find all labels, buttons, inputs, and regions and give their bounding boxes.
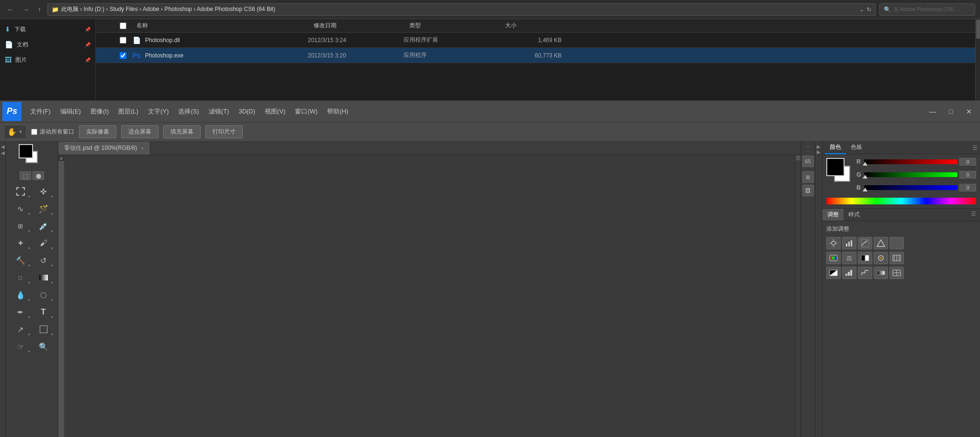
blur-tool[interactable]: 💧 ▾ [10,287,32,303]
brightness-adj[interactable] [826,237,841,249]
fg-color-btn[interactable] [826,158,845,176]
panel-btn-3[interactable]: 🖼 [802,185,814,196]
stamp-tool[interactable]: 🔨 ▾ [10,252,32,269]
styles-tab[interactable]: 样式 [844,209,865,221]
nav-back-btn[interactable]: ← [5,4,16,15]
fg-color-swatch[interactable] [19,144,33,158]
tool-selector[interactable]: ✋ ▼ [4,125,26,139]
adj-panel-menu[interactable]: ☰ [967,209,980,221]
threshold-adj[interactable] [858,267,872,279]
wand-tool[interactable]: 🪄 ▾ [33,201,55,217]
normal-mode-btn[interactable]: ⬚ [20,171,31,180]
colorbalance-adj[interactable]: ⚖ [842,252,856,264]
pen-tool[interactable]: ✒ ▾ [10,304,32,320]
file-row-exe[interactable]: Ps Photoshop.exe 2012/3/15 3:20 应用程序 60,… [96,48,975,63]
quick-mask-btn[interactable]: ⬤ [33,171,44,180]
g-value-input[interactable] [959,171,976,179]
nav-forward-btn[interactable]: → [20,4,32,15]
col-header-size[interactable]: 大小 [500,22,572,30]
vibrance-adj[interactable] [890,237,904,249]
move-tool[interactable]: ✜ ▾ [33,183,55,200]
canvas-tab-main[interactable]: 零信任.psd @ 100%(RGB/8) × [58,142,150,155]
address-bar[interactable]: 📁 此电脑 › Info (D:) › Study Files › Adobe … [47,3,876,16]
select-all-checkbox[interactable] [120,22,126,29]
lasso-tool[interactable]: ∿ ▾ [10,201,32,217]
fill-screen-btn[interactable]: 填充屏幕 [163,125,201,138]
sidebar-item-pictures[interactable]: 🖼 图片 📌 [0,52,95,67]
gradient-map-adj[interactable] [874,267,888,279]
maximize-btn[interactable]: □ [942,105,959,118]
address-refresh-icon[interactable]: ↻ [867,6,871,13]
menu-image[interactable]: 图像(I) [86,104,113,119]
scroll-all-label[interactable]: 滚动所有窗口 [31,128,74,136]
canvas-content[interactable] [64,155,795,437]
scroll-up-btn[interactable]: ▲ [58,155,64,161]
photofilter-adj[interactable] [874,252,888,264]
eyedropper-tool[interactable]: 💉 ▾ [33,218,55,234]
b-slider[interactable] [864,185,957,190]
file-checkbox-dll[interactable] [120,37,126,44]
adjustments-tab[interactable]: 调整 [822,209,844,221]
zoom-tool[interactable]: 🔍 [33,338,55,355]
explorer-scrollbar[interactable] [975,19,980,101]
panel-btn-1[interactable]: 65 [802,156,814,167]
print-size-btn[interactable]: 打印尺寸 [205,125,243,138]
menu-layer[interactable]: 图层(L) [113,104,143,119]
eraser-tool[interactable]: □ ▾ [10,269,32,286]
scroll-all-checkbox[interactable] [31,129,37,135]
sidebar-item-downloads[interactable]: ⬇ 下载 📌 [0,22,95,37]
sidebar-item-documents[interactable]: 📄 文档 📌 [0,37,95,52]
hand-tool[interactable]: ☞ ▾ [10,338,32,355]
history-brush-tool[interactable]: ↺ ▾ [33,252,55,269]
posterize-adj[interactable] [842,267,856,279]
levels-adj[interactable] [842,237,856,249]
invert-adj[interactable] [826,267,841,279]
shape-tool[interactable]: ▾ [33,321,55,337]
r-value-input[interactable] [959,158,976,166]
file-checkbox-exe[interactable] [120,52,126,59]
collapse-left-panel[interactable]: ◀◀ [0,142,6,437]
close-btn[interactable]: ✕ [960,105,978,118]
path-tool[interactable]: ↗ ▾ [10,321,32,337]
hue-adj[interactable] [826,252,841,264]
file-row-dll[interactable]: 📄 Photoshop.dll 2012/3/15 3:24 应用程序扩展 1,… [96,33,975,48]
menu-help[interactable]: 帮助(H) [322,104,353,119]
r-slider[interactable] [864,159,957,164]
panel-btn-2[interactable]: ⊞ [802,171,814,183]
address-dropdown-icon[interactable]: ⌄ [859,6,864,13]
dodge-tool[interactable]: ◯ ▾ [33,287,55,303]
minimize-btn[interactable]: — [924,105,941,118]
menu-select[interactable]: 选择(S) [173,104,203,119]
menu-file[interactable]: 文件(F) [25,104,56,119]
gradient-tool[interactable]: ▾ [33,269,55,286]
heal-tool[interactable]: ✚ ▾ [10,235,32,251]
menu-window[interactable]: 窗口(W) [290,104,322,119]
fit-screen-btn[interactable]: 适合屏幕 [121,125,158,138]
col-header-type[interactable]: 类型 [405,22,500,30]
nav-up-btn[interactable]: ↑ [35,4,44,15]
tab-close-btn[interactable]: × [141,146,144,151]
bw-adj[interactable] [858,252,872,264]
text-tool[interactable]: T ▾ [33,304,55,320]
col-header-modified[interactable]: 修改日期 [309,22,405,30]
menu-3d[interactable]: 3D(D) [234,105,260,118]
g-slider[interactable] [864,172,957,177]
swatches-tab[interactable]: 色板 [846,141,867,154]
crop-tool[interactable]: ⊞ ▾ [10,218,32,234]
color-spectrum[interactable] [826,198,976,204]
panel-menu-icon[interactable]: ☰ [972,145,978,151]
menu-text[interactable]: 文字(Y) [143,104,173,119]
col-header-name[interactable]: 名称 [132,22,309,30]
b-value-input[interactable] [959,184,976,191]
explorer-search[interactable]: 🔍 在 Adobe Photoshop CS6... [879,3,975,16]
selectivecolor-adj[interactable] [890,267,904,279]
menu-filter[interactable]: 滤镜(T) [204,104,234,119]
collapse-right-panel[interactable]: ▶▶ [815,142,822,437]
menu-edit[interactable]: 编辑(E) [56,104,86,119]
canvas-scrollbar-v[interactable] [795,155,800,437]
actual-pixels-btn[interactable]: 实际像素 [79,125,116,138]
curves-adj[interactable] [858,237,872,249]
channelmixer-adj[interactable] [890,252,904,264]
menu-view[interactable]: 视图(V) [260,104,290,119]
brush-tool[interactable]: 🖌 ▾ [33,235,55,251]
